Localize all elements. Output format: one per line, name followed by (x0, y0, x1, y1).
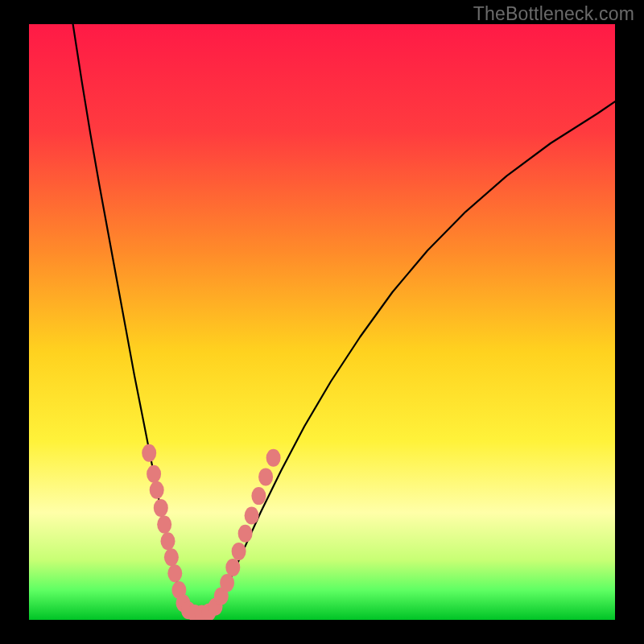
data-point (142, 444, 156, 462)
bottleneck-curve (29, 24, 615, 620)
data-point (154, 499, 168, 517)
plot-area (29, 24, 615, 620)
chart-frame: TheBottleneck.com (0, 0, 644, 644)
data-point (225, 559, 240, 576)
data-point (161, 532, 175, 550)
data-point (258, 468, 273, 485)
data-point (220, 574, 234, 592)
data-point (164, 548, 179, 566)
data-point (266, 449, 281, 467)
gradient-background (29, 24, 615, 620)
data-point (150, 481, 164, 499)
data-point (167, 564, 182, 582)
data-point (147, 465, 161, 483)
data-point (251, 487, 266, 505)
data-point (232, 543, 246, 560)
watermark-text: TheBottleneck.com (473, 3, 634, 25)
data-point (157, 516, 171, 534)
data-point (238, 525, 253, 543)
data-point (245, 507, 259, 525)
